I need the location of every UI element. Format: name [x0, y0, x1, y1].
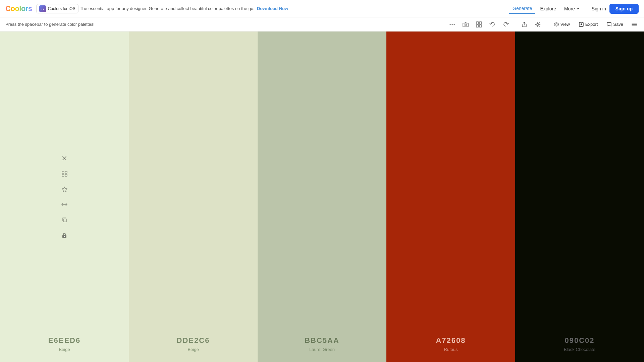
- sign-up-button[interactable]: Sign up: [609, 4, 639, 14]
- svg-point-4: [465, 24, 466, 26]
- view-label: View: [560, 22, 570, 27]
- color-name-5: Black Chocolate: [564, 347, 595, 352]
- svg-rect-27: [65, 174, 67, 176]
- nav-generate[interactable]: Generate: [509, 4, 535, 14]
- toolbar-divider-1: [515, 21, 515, 28]
- toolbar-divider-2: [547, 21, 547, 28]
- svg-rect-25: [65, 171, 67, 173]
- ios-app-icon: [39, 5, 46, 12]
- download-link[interactable]: Download Now: [257, 6, 288, 11]
- ios-promo-badge[interactable]: Coolors for iOS: [36, 4, 78, 13]
- lock-color-button[interactable]: [60, 231, 69, 240]
- toolbar-right: View Export Save: [448, 20, 639, 29]
- logo-area: Coolors: [5, 4, 32, 13]
- camera-button[interactable]: [461, 20, 470, 29]
- brightness-button[interactable]: [533, 20, 542, 29]
- color-swatch-5: 090C02 Black Chocolate: [515, 32, 644, 362]
- view-toggle-button[interactable]: [475, 20, 483, 29]
- svg-line-16: [539, 22, 539, 23]
- color-name-4: Rufous: [444, 347, 458, 352]
- redo-button[interactable]: [501, 20, 510, 29]
- svg-rect-8: [479, 25, 482, 27]
- spacebar-hint-text: Press the spacebar to generate color pal…: [5, 22, 95, 27]
- share-button[interactable]: [520, 20, 529, 29]
- ios-badge-label: Coolors for iOS: [48, 6, 75, 11]
- undo-button[interactable]: [488, 20, 497, 29]
- svg-rect-6: [479, 22, 482, 24]
- copy-color-button[interactable]: [60, 215, 69, 225]
- top-nav: Coolors Coolors for iOS The essential ap…: [0, 0, 644, 17]
- sign-in-button[interactable]: Sign in: [588, 4, 609, 13]
- color-name-3: Laurel Green: [309, 347, 335, 352]
- favorite-color-button[interactable]: [60, 184, 69, 194]
- svg-point-1: [449, 24, 450, 25]
- menu-button[interactable]: [630, 20, 639, 29]
- more-options-button[interactable]: [448, 20, 457, 29]
- nav-more[interactable]: More: [561, 4, 583, 13]
- logo-wordmark[interactable]: Coolors: [5, 4, 32, 13]
- save-button[interactable]: Save: [604, 20, 625, 28]
- svg-rect-29: [63, 219, 66, 222]
- color-hex-2[interactable]: DDE2C6: [177, 336, 210, 345]
- svg-point-3: [453, 24, 454, 25]
- delete-color-button[interactable]: [60, 154, 69, 163]
- svg-line-14: [536, 22, 536, 23]
- svg-rect-7: [476, 25, 479, 27]
- color-swatch-1: E6EED6 Beige: [0, 32, 129, 362]
- color-swatch-2: DDE2C6 Beige: [129, 32, 258, 362]
- svg-marker-28: [62, 187, 67, 192]
- nav-explore[interactable]: Explore: [537, 4, 559, 13]
- svg-rect-5: [476, 22, 479, 24]
- spacebar-hint-bar: Press the spacebar to generate color pal…: [0, 17, 644, 32]
- nav-links: Generate Explore More: [509, 4, 583, 14]
- color-name-2: Beige: [187, 347, 199, 352]
- svg-point-9: [537, 23, 539, 25]
- color-picker-button[interactable]: [60, 169, 69, 178]
- svg-point-2: [451, 24, 452, 25]
- ios-promo-text: The essential app for any designer. Gene…: [80, 6, 288, 11]
- svg-point-31: [64, 236, 65, 237]
- svg-rect-24: [62, 171, 64, 173]
- drag-color-button[interactable]: [60, 200, 69, 209]
- export-label: Export: [585, 22, 598, 27]
- svg-line-17: [536, 26, 536, 26]
- swatch-icons-1: [60, 154, 69, 240]
- color-name-1: Beige: [59, 347, 70, 352]
- color-hex-5[interactable]: 090C02: [565, 336, 594, 345]
- view-button[interactable]: View: [552, 20, 572, 28]
- svg-rect-26: [62, 174, 64, 176]
- svg-point-18: [556, 24, 557, 25]
- save-label: Save: [613, 22, 623, 27]
- color-hex-1[interactable]: E6EED6: [48, 336, 80, 345]
- color-hex-3[interactable]: BBC5AA: [305, 336, 339, 345]
- color-swatch-4: A72608 Rufous: [386, 32, 515, 362]
- color-swatch-3: BBC5AA Laurel Green: [258, 32, 386, 362]
- svg-rect-0: [41, 7, 45, 11]
- chevron-down-icon: [576, 7, 580, 10]
- svg-line-15: [539, 26, 539, 26]
- export-button[interactable]: Export: [577, 20, 600, 28]
- color-hex-4[interactable]: A72608: [436, 336, 466, 345]
- palette-area: E6EED6 Beige DDE2C6 Beige BBC5AA Laurel …: [0, 32, 644, 362]
